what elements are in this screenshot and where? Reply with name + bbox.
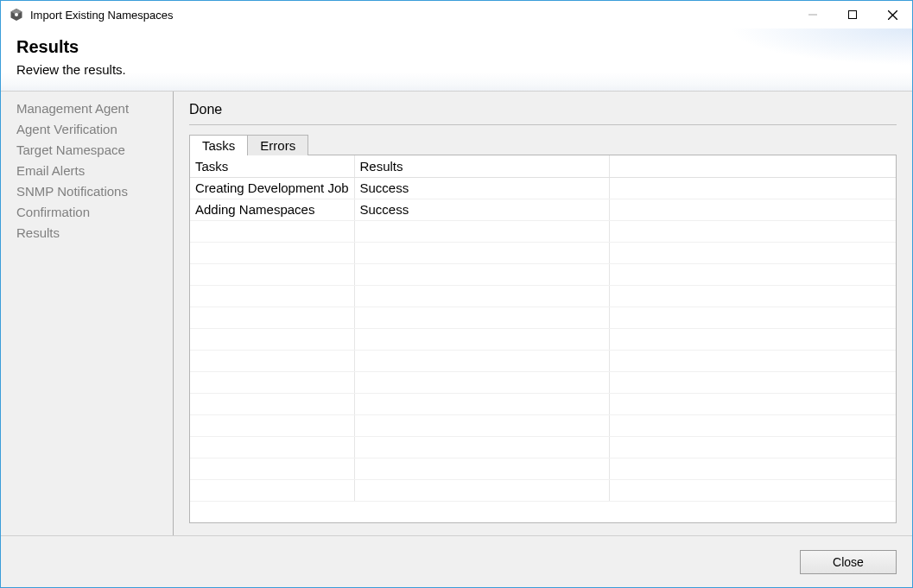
minimize-button[interactable]: [793, 1, 833, 28]
svg-rect-4: [849, 11, 857, 19]
dialog-window: Import Existing Namespaces Results Revie…: [0, 0, 913, 588]
sidebar-item-results[interactable]: Results: [1, 223, 173, 243]
cell-empty: [609, 220, 896, 242]
col-header-tasks[interactable]: Tasks: [190, 155, 354, 177]
svg-point-2: [15, 13, 18, 16]
status-label: Done: [189, 102, 897, 117]
wizard-footer: Close: [1, 535, 912, 587]
tabs: Tasks Errors: [189, 134, 897, 155]
cell-blank: [609, 199, 896, 220]
tasks-table: Tasks Results Creating Development JobSu…: [190, 155, 896, 502]
cell-empty: [190, 285, 354, 307]
cell-empty: [609, 458, 896, 479]
cell-result: Success: [354, 177, 609, 199]
cell-empty: [354, 220, 609, 242]
sidebar-item-target-namespace[interactable]: Target Namespace: [1, 140, 173, 161]
tab-tasks[interactable]: Tasks: [189, 135, 248, 155]
cell-result: Success: [354, 199, 609, 220]
cell-empty: [190, 350, 354, 371]
cell-empty: [609, 242, 896, 263]
cell-empty: [354, 479, 609, 501]
cell-empty: [190, 371, 354, 393]
table-row-empty: [190, 371, 896, 393]
cell-empty: [190, 328, 354, 350]
maximize-button[interactable]: [833, 1, 872, 28]
table-row-empty: [190, 328, 896, 350]
sidebar-item-management-agent[interactable]: Management Agent: [1, 98, 173, 119]
cell-empty: [190, 479, 354, 501]
cell-empty: [190, 458, 354, 479]
wizard-body: Management Agent Agent Verification Targ…: [1, 91, 912, 535]
table-header-row: Tasks Results: [190, 155, 896, 177]
cell-empty: [190, 436, 354, 458]
cell-empty: [354, 458, 609, 479]
table-row-empty: [190, 479, 896, 501]
titlebar[interactable]: Import Existing Namespaces: [1, 1, 912, 28]
cell-empty: [354, 307, 609, 328]
cell-empty: [354, 285, 609, 307]
app-icon: [10, 8, 23, 22]
table-row-empty: [190, 414, 896, 436]
cell-empty: [609, 479, 896, 501]
cell-empty: [354, 328, 609, 350]
window-controls: [793, 1, 912, 28]
sidebar-item-confirmation[interactable]: Confirmation: [1, 202, 173, 223]
cell-empty: [354, 393, 609, 414]
wizard-header: Results Review the results.: [1, 28, 912, 91]
cell-empty: [354, 371, 609, 393]
cell-empty: [609, 414, 896, 436]
cell-empty: [190, 220, 354, 242]
cell-empty: [354, 263, 609, 285]
table-row-empty: [190, 285, 896, 307]
tab-errors[interactable]: Errors: [247, 135, 308, 155]
cell-empty: [190, 307, 354, 328]
cell-empty: [354, 350, 609, 371]
table-row-empty: [190, 350, 896, 371]
close-button[interactable]: Close: [800, 550, 897, 574]
cell-empty: [609, 307, 896, 328]
sidebar-item-email-alerts[interactable]: Email Alerts: [1, 161, 173, 181]
tab-content-tasks: Tasks Results Creating Development JobSu…: [189, 155, 897, 523]
table-row-empty: [190, 307, 896, 328]
cell-task: Adding Namespaces: [190, 199, 354, 220]
cell-empty: [609, 285, 896, 307]
table-row[interactable]: Adding NamespacesSuccess: [190, 199, 896, 220]
cell-blank: [609, 177, 896, 199]
cell-empty: [190, 414, 354, 436]
wizard-steps-sidebar: Management Agent Agent Verification Targ…: [1, 92, 174, 535]
table-row-empty: [190, 220, 896, 242]
table-row[interactable]: Creating Development JobSuccess: [190, 177, 896, 199]
table-row-empty: [190, 436, 896, 458]
page-title: Results: [16, 37, 897, 57]
table-row-empty: [190, 242, 896, 263]
page-subtitle: Review the results.: [16, 62, 897, 77]
cell-empty: [609, 436, 896, 458]
cell-empty: [190, 393, 354, 414]
cell-empty: [190, 242, 354, 263]
cell-empty: [190, 263, 354, 285]
close-window-button[interactable]: [872, 1, 912, 28]
table-row-empty: [190, 263, 896, 285]
cell-empty: [609, 263, 896, 285]
status-separator: [189, 124, 897, 125]
window-title: Import Existing Namespaces: [30, 9, 793, 22]
sidebar-item-agent-verification[interactable]: Agent Verification: [1, 119, 173, 140]
sidebar-item-snmp-notifications[interactable]: SNMP Notifications: [1, 181, 173, 202]
cell-empty: [609, 393, 896, 414]
cell-empty: [609, 371, 896, 393]
cell-empty: [354, 436, 609, 458]
col-header-blank[interactable]: [609, 155, 896, 177]
cell-task: Creating Development Job: [190, 177, 354, 199]
table-row-empty: [190, 458, 896, 479]
cell-empty: [354, 242, 609, 263]
cell-empty: [609, 350, 896, 371]
cell-empty: [354, 414, 609, 436]
wizard-content: Done Tasks Errors Tasks Results Cr: [174, 92, 912, 535]
col-header-results[interactable]: Results: [354, 155, 609, 177]
cell-empty: [609, 328, 896, 350]
table-row-empty: [190, 393, 896, 414]
